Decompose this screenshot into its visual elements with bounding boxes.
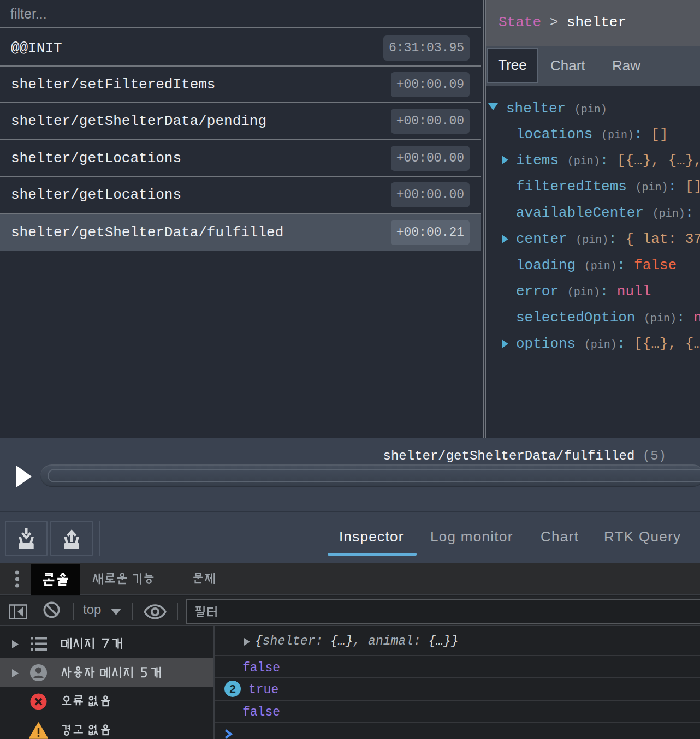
svg-text:2: 2 bbox=[229, 682, 236, 695]
